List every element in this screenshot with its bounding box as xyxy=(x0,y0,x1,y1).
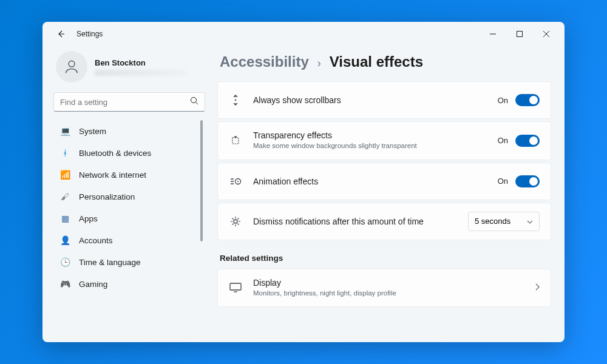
setting-card[interactable]: Animation effectsOn xyxy=(217,163,551,200)
nav-icon: ᚼ xyxy=(59,147,70,158)
nav-label: Time & language xyxy=(79,258,141,267)
card-title: Transparency effects xyxy=(253,130,498,140)
card-title: Animation effects xyxy=(253,177,498,186)
profile-name: Ben Stockton xyxy=(95,58,186,67)
breadcrumb-parent[interactable]: Accessibility xyxy=(220,53,309,70)
svg-point-7 xyxy=(234,220,237,223)
toggle-state: On xyxy=(498,136,508,145)
window-controls xyxy=(480,24,560,44)
close-button[interactable] xyxy=(533,24,560,44)
nav-list: 💻SystemᚼBluetooth & devices📶Network & in… xyxy=(53,120,205,342)
card-subtitle: Monitors, brightness, night light, displ… xyxy=(253,289,535,298)
nav-label: Gaming xyxy=(79,280,107,289)
toggle-switch[interactable] xyxy=(515,135,540,147)
minimize-button[interactable] xyxy=(480,24,506,44)
card-title: Display xyxy=(253,278,535,288)
svg-rect-8 xyxy=(230,283,241,290)
nav-icon: 💻 xyxy=(59,126,70,136)
back-button[interactable] xyxy=(53,27,68,41)
toggle-switch[interactable] xyxy=(515,94,540,106)
nav-label: Apps xyxy=(79,214,98,223)
setting-card[interactable]: Transparency effectsMake some window bac… xyxy=(217,121,551,160)
nav-item-time-language[interactable]: 🕒Time & language xyxy=(53,251,203,273)
search-input[interactable] xyxy=(60,98,190,107)
nav-label: Personalization xyxy=(79,192,135,201)
nav-item-network-internet[interactable]: 📶Network & internet xyxy=(53,164,203,186)
search-icon xyxy=(190,96,198,107)
nav-icon: 📶 xyxy=(59,169,70,180)
profile-email-redacted xyxy=(95,70,186,76)
toggle-state: On xyxy=(498,177,508,186)
related-item[interactable]: DisplayMonitors, brightness, night light… xyxy=(217,269,551,308)
svg-point-6 xyxy=(237,181,239,182)
nav-item-gaming[interactable]: 🎮Gaming xyxy=(53,273,203,295)
nav-label: System xyxy=(79,127,106,136)
nav-icon: 👤 xyxy=(59,235,70,246)
breadcrumb: Accessibility › Visual effects xyxy=(217,53,551,70)
card-title: Dismiss notifications after this amount … xyxy=(253,217,468,226)
settings-window: Settings Ben Stockton xyxy=(42,22,565,342)
avatar xyxy=(56,51,87,83)
svg-point-3 xyxy=(235,99,236,101)
app-title: Settings xyxy=(76,30,103,38)
nav-icon: ▦ xyxy=(59,213,70,224)
nav-icon: 🕒 xyxy=(59,257,70,268)
svg-rect-0 xyxy=(517,32,523,37)
card-icon xyxy=(229,95,242,106)
svg-point-1 xyxy=(69,61,75,67)
related-settings-label: Related settings xyxy=(220,254,551,263)
nav-item-personalization[interactable]: 🖌Personalization xyxy=(53,186,203,207)
toggle-state: On xyxy=(498,96,508,105)
profile[interactable]: Ben Stockton xyxy=(53,46,205,92)
nav-label: Network & internet xyxy=(79,170,146,180)
chevron-right-icon: › xyxy=(317,57,321,70)
svg-rect-4 xyxy=(232,138,239,144)
card-icon xyxy=(229,215,242,228)
dropdown-value: 5 seconds xyxy=(475,217,510,226)
nav-item-system[interactable]: 💻System xyxy=(53,120,203,142)
toggle-switch[interactable] xyxy=(515,175,540,187)
card-icon xyxy=(229,177,242,186)
card-subtitle: Make some window backgrounds slightly tr… xyxy=(253,141,498,151)
breadcrumb-current: Visual effects xyxy=(330,53,423,70)
nav-label: Accounts xyxy=(79,236,113,245)
chevron-down-icon xyxy=(527,217,533,226)
dropdown[interactable]: 5 seconds xyxy=(468,212,540,231)
nav-icon: 🎮 xyxy=(59,278,70,289)
nav-item-bluetooth-devices[interactable]: ᚼBluetooth & devices xyxy=(53,142,203,164)
display-icon xyxy=(229,283,242,292)
setting-card[interactable]: Dismiss notifications after this amount … xyxy=(217,203,551,240)
nav-item-apps[interactable]: ▦Apps xyxy=(53,207,203,229)
svg-point-2 xyxy=(191,98,197,103)
card-icon xyxy=(229,135,242,146)
nav-scrollbar[interactable] xyxy=(200,120,204,342)
nav-icon: 🖌 xyxy=(59,191,70,202)
search-box[interactable] xyxy=(53,92,205,112)
content-area: Accessibility › Visual effects Always sh… xyxy=(212,46,565,342)
sidebar: Ben Stockton 💻SystemᚼBluetooth & devices… xyxy=(42,46,212,342)
nav-label: Bluetooth & devices xyxy=(79,149,151,158)
card-title: Always show scrollbars xyxy=(253,95,498,105)
chevron-right-icon xyxy=(535,282,540,293)
titlebar: Settings xyxy=(42,22,565,46)
setting-card[interactable]: Always show scrollbarsOn xyxy=(217,81,551,119)
maximize-button[interactable] xyxy=(506,24,533,44)
nav-item-accounts[interactable]: 👤Accounts xyxy=(53,229,203,251)
